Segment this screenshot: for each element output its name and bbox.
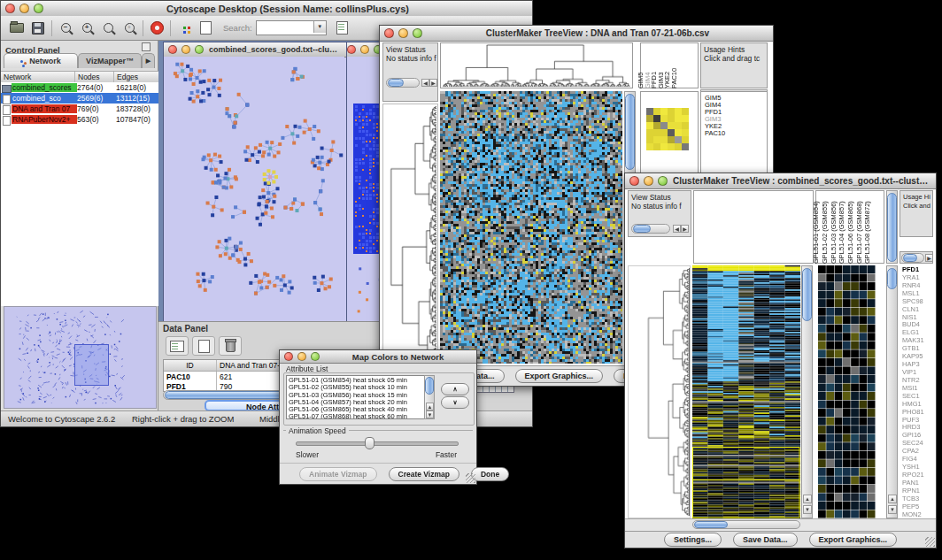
close-icon[interactable] [168, 45, 177, 54]
scroll-thumb[interactable] [625, 94, 635, 170]
minimize-icon[interactable] [360, 45, 369, 54]
global-heatmap-canvas[interactable] [692, 265, 800, 518]
row-dendrogram-canvas[interactable] [628, 265, 691, 518]
close-icon[interactable] [384, 28, 394, 38]
zoom-out-button[interactable]: − [55, 19, 76, 37]
treeview-action-button[interactable]: Save Data... [733, 533, 798, 547]
scroll-up-icon[interactable]: ▲ [888, 495, 897, 503]
dialog-button[interactable]: Animate Vizmap [299, 467, 377, 481]
scroll-right-icon[interactable]: ▶ [681, 225, 689, 233]
tab-network[interactable]: Network [4, 53, 78, 68]
network-tree-row[interactable]: combined_sco 2569(6) 13112(15) [1, 93, 158, 104]
scroll-thumb[interactable] [887, 268, 897, 289]
scroll-right-icon[interactable]: ▶ [429, 79, 437, 87]
minimize-icon[interactable] [19, 4, 29, 13]
usage-hscrollbar[interactable] [901, 253, 924, 263]
zoom-selected-button[interactable]: ▫ [119, 19, 140, 37]
treeview1-titlebar[interactable]: ClusterMaker TreeView : DNA and Tran 07-… [380, 26, 773, 42]
column-labels-vscrollbar[interactable] [886, 190, 898, 264]
speed-slider-thumb[interactable] [365, 437, 374, 449]
minimize-icon[interactable] [297, 352, 306, 361]
new-attribute-button[interactable] [192, 336, 215, 356]
tab-overflow[interactable]: ▶ [142, 53, 155, 68]
chevron-down-icon[interactable]: ▼ [313, 21, 326, 33]
network-window-1-titlebar[interactable]: combined_scores_good.txt--cluste... [164, 42, 346, 58]
network-tree-row[interactable]: RNAPuberNov2+ 563(0) 107847(0) [1, 114, 158, 125]
scroll-up-icon[interactable]: ▲ [426, 403, 434, 410]
scroll-thumb[interactable] [388, 79, 404, 87]
column-dendrogram-panel[interactable] [693, 190, 814, 264]
gene-labels-panel[interactable]: PFD1YRA1RNR4MSL1SPC98CLN1NIS1BUD4ELG1MAK… [900, 265, 936, 518]
resize-grip[interactable] [466, 473, 475, 483]
scroll-thumb[interactable] [802, 268, 812, 321]
delete-attribute-button[interactable] [219, 336, 242, 356]
main-titlebar[interactable]: Cytoscape Desktop (Session Name: collins… [1, 1, 532, 17]
zoom-fit-button[interactable] [97, 19, 119, 37]
scroll-thumb[interactable] [887, 193, 897, 262]
scroll-thumb[interactable] [425, 377, 434, 395]
scroll-up-icon[interactable]: ▲ [803, 495, 812, 503]
zoom-in-button[interactable]: + [76, 19, 97, 37]
close-icon[interactable] [5, 4, 15, 13]
search-input[interactable]: ▼ [256, 20, 327, 35]
view-status-hscrollbar[interactable] [631, 224, 670, 234]
close-icon[interactable] [284, 352, 293, 361]
network-view-canvas[interactable] [164, 57, 344, 321]
scroll-left-icon[interactable]: ◀ [421, 79, 429, 87]
scroll-thumb[interactable] [694, 521, 728, 528]
global-heatmap-canvas[interactable] [440, 91, 622, 364]
scroll-down-icon[interactable]: ▼ [888, 505, 897, 514]
vizmapper-button[interactable] [174, 19, 195, 37]
close-icon[interactable] [629, 176, 639, 186]
scroll-down-icon[interactable]: ▼ [426, 410, 434, 418]
column-labels-panel[interactable]: GPL51-01 (GSM854)GPL51-02 (GSM855)GPL51-… [815, 190, 884, 264]
open-session-button[interactable] [6, 19, 27, 37]
treeview-action-button[interactable]: Export Graphics... [515, 369, 604, 383]
zoom-window-icon[interactable] [658, 176, 668, 186]
scroll-thumb[interactable] [903, 254, 917, 262]
dialog-button[interactable]: Done [471, 467, 509, 481]
select-attributes-button[interactable] [166, 336, 189, 356]
speed-slider-track[interactable] [296, 441, 459, 446]
float-panel-icon[interactable] [142, 42, 151, 51]
scroll-left-icon[interactable]: ◀ [673, 225, 681, 233]
minimize-icon[interactable] [644, 176, 653, 186]
network-tree-row[interactable]: combined_scores 2764(0) 16218(0) [1, 82, 158, 93]
network-tree-row[interactable]: DNA and Tran 07 769(0) 183728(0) [1, 104, 158, 114]
tab-vizmapper[interactable]: VizMapper™ [78, 53, 142, 68]
zoom-window-icon[interactable] [195, 45, 204, 54]
column-dendrogram-canvas[interactable] [440, 42, 633, 88]
attribute-list-vscrollbar[interactable]: ▲ ▼ [424, 375, 435, 419]
heatmap-hscrollbar[interactable] [692, 520, 800, 529]
row-dendrogram-canvas[interactable] [382, 104, 438, 364]
help-button[interactable] [146, 19, 167, 37]
scroll-down-icon[interactable]: ▼ [803, 505, 812, 514]
column-labels-panel[interactable]: GIM5GIM4PFD1GIM3YKE2PAC10 [640, 42, 699, 88]
treeview-action-button[interactable]: Settings... [664, 533, 722, 547]
treeview-action-button[interactable]: Export Graphics... [809, 533, 898, 547]
minimize-icon[interactable] [181, 45, 190, 54]
zoom-window-icon[interactable] [311, 352, 320, 361]
resize-grip[interactable] [925, 537, 935, 547]
move-up-button[interactable]: ∧ [441, 383, 469, 395]
heatmap-vscrollbar[interactable]: ▲ ▼ [801, 265, 813, 518]
attribute-list-item[interactable]: GPL51-07 (GSM868) heat shock 60 min [289, 413, 434, 419]
zoom-window-icon[interactable] [34, 4, 43, 13]
zoom-vscrollbar[interactable]: ▲ ▼ [886, 265, 898, 518]
zoom-heatmap-canvas[interactable] [818, 265, 876, 518]
birdseye-overview-canvas[interactable] [4, 306, 157, 409]
view-status-hscrollbar[interactable] [386, 78, 420, 88]
scroll-thumb[interactable] [633, 225, 651, 233]
zoom-heatmap-canvas[interactable] [646, 108, 689, 150]
dialog-button[interactable]: Create Vizmap [389, 467, 459, 481]
zoom-window-icon[interactable] [413, 28, 422, 38]
scroll-right-icon[interactable]: ▶ [925, 254, 933, 262]
move-down-button[interactable]: ∨ [441, 396, 469, 409]
save-session-button[interactable] [27, 19, 49, 37]
attribute-browser-button[interactable] [332, 19, 353, 37]
annotation-button[interactable] [195, 19, 216, 37]
close-icon[interactable] [347, 45, 356, 54]
attribute-list[interactable]: GPL51-01 (GSM854) heat shock 05 minGPL51… [286, 375, 435, 419]
id-column-header[interactable]: ID [164, 360, 217, 371]
dialog-titlebar[interactable]: Map Colors to Network [280, 350, 476, 364]
